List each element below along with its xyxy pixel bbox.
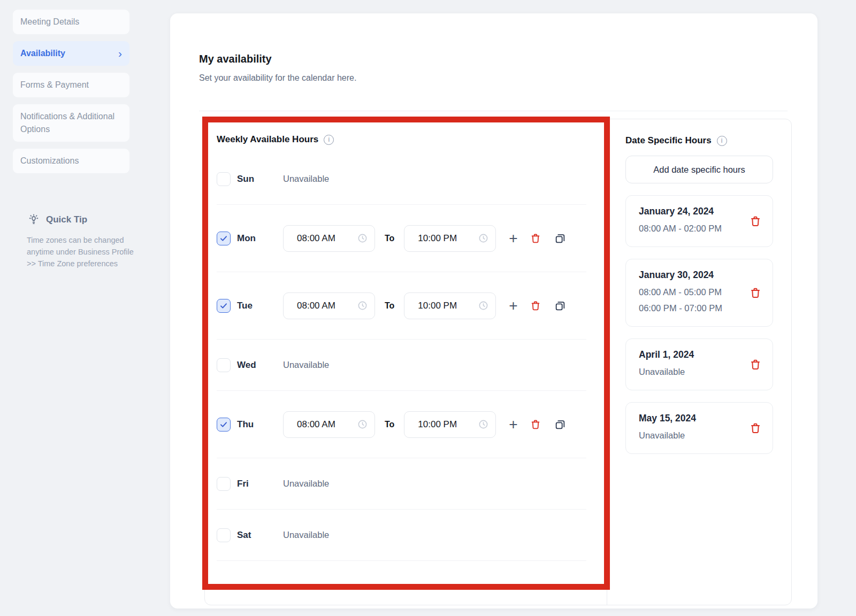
end-time-value: 10:00 PM bbox=[418, 419, 478, 430]
to-label: To bbox=[385, 420, 394, 429]
copy-hours-button-thu[interactable] bbox=[554, 419, 566, 430]
date-specific-heading: Date Specific Hours bbox=[625, 135, 712, 146]
delete-date-button[interactable] bbox=[749, 358, 762, 371]
date-card-time: 08:00 AM - 05:00 PM bbox=[639, 284, 722, 300]
start-time-value: 08:00 AM bbox=[297, 419, 357, 430]
date-card-content: January 30, 2024 08:00 AM - 05:00 PM 06:… bbox=[639, 270, 722, 316]
day-row-fri: Fri Unavailable bbox=[217, 458, 586, 510]
date-card-time: 06:00 PM - 07:00 PM bbox=[639, 300, 722, 316]
weekly-hours-section: Weekly Available Hours i Sun Unavailable bbox=[205, 119, 607, 605]
delete-date-button[interactable] bbox=[749, 287, 762, 299]
trash-icon bbox=[749, 287, 762, 299]
to-label: To bbox=[385, 301, 394, 311]
weekly-hours-heading: Weekly Available Hours bbox=[217, 134, 318, 145]
add-interval-button-mon[interactable]: + bbox=[509, 233, 517, 244]
lightbulb-icon bbox=[27, 213, 41, 227]
checkbox-thu[interactable] bbox=[217, 418, 231, 432]
trash-icon bbox=[749, 215, 762, 228]
sidebar-item-meeting-details[interactable]: Meeting Details bbox=[13, 10, 129, 34]
add-interval-button-tue[interactable]: + bbox=[509, 300, 517, 312]
day-label: Fri bbox=[237, 479, 278, 489]
checkmark-icon bbox=[219, 420, 228, 429]
copy-hours-button-tue[interactable] bbox=[554, 300, 566, 312]
unavailable-label: Unavailable bbox=[283, 479, 329, 489]
date-card-content: May 15, 2024 Unavailable bbox=[639, 413, 696, 443]
date-card-content: January 24, 2024 08:00 AM - 02:00 PM bbox=[639, 206, 722, 236]
date-specific-card: January 24, 2024 08:00 AM - 02:00 PM bbox=[625, 195, 773, 247]
quick-tip-header: Quick Tip bbox=[27, 213, 136, 227]
date-card-time: Unavailable bbox=[639, 364, 694, 380]
weekly-hours-header: Weekly Available Hours i bbox=[217, 134, 586, 145]
to-label: To bbox=[385, 234, 394, 243]
start-time-input-thu[interactable]: 08:00 AM bbox=[283, 411, 375, 438]
checkbox-mon[interactable] bbox=[217, 232, 231, 245]
day-row-sat: Sat Unavailable bbox=[217, 510, 586, 561]
page-subtitle: Set your availability for the calendar h… bbox=[199, 73, 356, 83]
clock-icon bbox=[357, 233, 368, 243]
delete-date-button[interactable] bbox=[749, 422, 762, 435]
copy-icon bbox=[554, 419, 566, 430]
trash-icon bbox=[530, 233, 541, 244]
day-row-tue: Tue 08:00 AM To 10:00 PM + bbox=[217, 272, 586, 340]
quick-tip-title: Quick Tip bbox=[46, 214, 87, 225]
delete-hours-button-tue[interactable] bbox=[530, 300, 541, 312]
day-label: Wed bbox=[237, 360, 278, 371]
weekly-hours-info-icon[interactable]: i bbox=[324, 135, 334, 145]
date-card-time: 08:00 AM - 02:00 PM bbox=[639, 220, 722, 236]
start-time-input-mon[interactable]: 08:00 AM bbox=[283, 225, 375, 252]
clock-icon bbox=[478, 419, 488, 429]
end-time-input-thu[interactable]: 10:00 PM bbox=[404, 411, 496, 438]
availability-card: My availability Set your availability fo… bbox=[170, 13, 817, 609]
date-card-time: Unavailable bbox=[639, 427, 696, 443]
trash-icon bbox=[530, 300, 541, 312]
date-specific-section: Date Specific Hours i Add date specific … bbox=[607, 119, 791, 605]
end-time-input-mon[interactable]: 10:00 PM bbox=[404, 225, 496, 252]
start-time-value: 08:00 AM bbox=[297, 233, 357, 244]
day-label: Mon bbox=[237, 233, 278, 244]
trash-icon bbox=[749, 358, 762, 371]
add-date-specific-hours-button[interactable]: Add date specific hours bbox=[625, 156, 773, 183]
chevron-right-icon: › bbox=[118, 48, 122, 59]
copy-icon bbox=[554, 233, 566, 244]
checkbox-tue[interactable] bbox=[217, 299, 231, 313]
unavailable-label: Unavailable bbox=[283, 174, 329, 184]
day-label: Thu bbox=[237, 419, 278, 430]
date-specific-info-icon[interactable]: i bbox=[717, 136, 727, 146]
date-card-date: January 24, 2024 bbox=[639, 206, 722, 217]
checkbox-sat[interactable] bbox=[217, 528, 231, 542]
trash-icon bbox=[749, 422, 762, 435]
delete-date-button[interactable] bbox=[749, 215, 762, 228]
date-specific-card: April 1, 2024 Unavailable bbox=[625, 338, 773, 390]
end-time-value: 10:00 PM bbox=[418, 301, 478, 311]
checkbox-sun[interactable] bbox=[217, 172, 231, 186]
add-interval-button-thu[interactable]: + bbox=[509, 419, 517, 430]
weekly-day-rows: Sun Unavailable Mon 08:00 AM To bbox=[217, 153, 586, 561]
day-row-wed: Wed Unavailable bbox=[217, 340, 586, 391]
day-row-sun: Sun Unavailable bbox=[217, 153, 586, 205]
sidebar-item-availability[interactable]: Availability › bbox=[13, 41, 129, 66]
unavailable-label: Unavailable bbox=[283, 530, 329, 540]
checkbox-fri[interactable] bbox=[217, 477, 231, 491]
end-time-input-tue[interactable]: 10:00 PM bbox=[404, 292, 496, 319]
end-time-value: 10:00 PM bbox=[418, 233, 478, 244]
date-card-content: April 1, 2024 Unavailable bbox=[639, 349, 694, 380]
checkbox-wed[interactable] bbox=[217, 358, 231, 372]
date-card-date: April 1, 2024 bbox=[639, 349, 694, 360]
day-label: Tue bbox=[237, 301, 278, 311]
copy-hours-button-mon[interactable] bbox=[554, 233, 566, 244]
sidebar-item-forms-payment[interactable]: Forms & Payment bbox=[13, 73, 129, 97]
delete-hours-button-mon[interactable] bbox=[530, 233, 541, 244]
start-time-value: 08:00 AM bbox=[297, 301, 357, 311]
sidebar-item-customizations[interactable]: Customizations bbox=[13, 149, 129, 173]
date-specific-header: Date Specific Hours i bbox=[625, 135, 773, 146]
date-specific-card: January 30, 2024 08:00 AM - 05:00 PM 06:… bbox=[625, 259, 773, 327]
trash-icon bbox=[530, 419, 541, 430]
header-divider bbox=[199, 111, 788, 111]
date-card-date: January 30, 2024 bbox=[639, 270, 722, 281]
delete-hours-button-thu[interactable] bbox=[530, 419, 541, 430]
day-row-thu: Thu 08:00 AM To 10:00 PM + bbox=[217, 391, 586, 458]
sidebar-item-notifications-options[interactable]: Notifications & Additional Options bbox=[13, 104, 129, 142]
start-time-input-tue[interactable]: 08:00 AM bbox=[283, 292, 375, 319]
clock-icon bbox=[478, 301, 488, 311]
clock-icon bbox=[357, 301, 368, 311]
